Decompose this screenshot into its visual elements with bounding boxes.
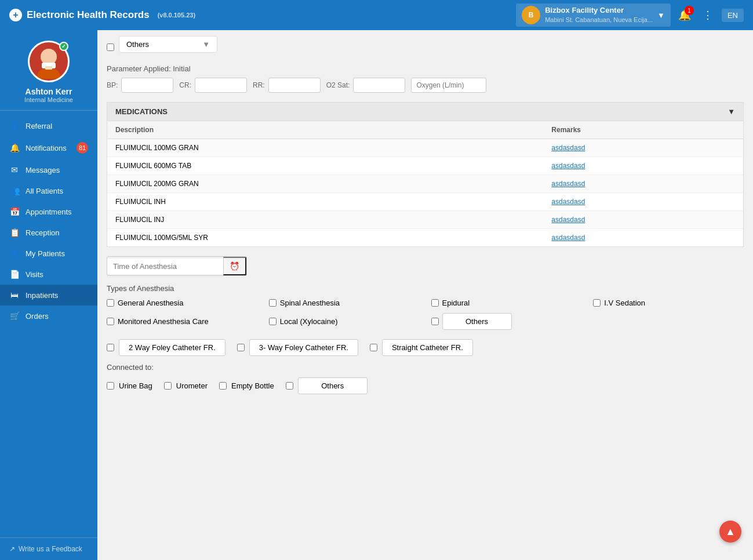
urometer-item[interactable]: Urometer — [164, 381, 208, 390]
medications-title: MEDICATIONS — [115, 107, 168, 116]
catheter-row: 2 Way Foley Catheter FR. 3- Way Foley Ca… — [107, 339, 744, 356]
oxygen-field — [411, 78, 486, 93]
app-title: Electronic Health Records — [27, 9, 150, 21]
cr-field: CR: — [179, 78, 247, 93]
back-to-top-icon: ▲ — [725, 526, 736, 538]
local-input[interactable] — [269, 318, 277, 325]
others-anesthesia-input[interactable] — [431, 318, 439, 325]
oxygen-input[interactable] — [411, 78, 486, 93]
med-remarks-0[interactable]: asdasdasd — [543, 139, 743, 157]
monitored-input[interactable] — [107, 318, 114, 325]
sidebar-item-notifications[interactable]: 🔔 Notifications 81 — [0, 136, 97, 159]
notifications-button[interactable]: 🔔 1 — [675, 6, 694, 24]
sidebar-item-my-patients[interactable]: 👤 My Patients — [0, 243, 97, 264]
back-to-top-button[interactable]: ▲ — [719, 521, 741, 543]
epidural-input[interactable] — [431, 299, 439, 307]
sidebar-label-referral: Referral — [26, 122, 52, 130]
bp-input[interactable] — [121, 78, 173, 93]
sidebar-item-all-patients[interactable]: 👥 All Patients — [0, 180, 97, 201]
others-checkbox-input[interactable] — [107, 43, 114, 51]
feedback-link[interactable]: ↗ Write us a Feedback — [0, 537, 97, 560]
empty-bottle-checkbox[interactable] — [219, 382, 227, 390]
sidebar-item-orders[interactable]: 🛒 Orders — [0, 306, 97, 326]
med-remarks-link-0[interactable]: asdasdasd — [551, 144, 585, 152]
urometer-checkbox[interactable] — [164, 382, 172, 390]
med-remarks-3[interactable]: asdasdasd — [543, 193, 743, 211]
2way-catheter-button[interactable]: 2 Way Foley Catheter FR. — [119, 339, 225, 356]
iv-sedation-check[interactable]: I.V Sedation — [593, 299, 744, 307]
appointments-icon: 📅 — [9, 207, 20, 216]
3way-catheter-button[interactable]: 3- Way Foley Catheter FR. — [249, 339, 358, 356]
urine-bag-label: Urine Bag — [119, 381, 152, 390]
chevron-down-icon: ▼ — [657, 11, 665, 20]
urometer-label: Urometer — [176, 381, 208, 390]
urine-bag-checkbox[interactable] — [107, 382, 114, 390]
straight-catheter-button[interactable]: Straight Catheter FR. — [382, 339, 473, 356]
my-patients-icon: 👤 — [9, 249, 20, 258]
med-remarks-4[interactable]: asdasdasd — [543, 211, 743, 229]
local-check[interactable]: Local (Xylocaine) — [269, 313, 420, 330]
empty-bottle-item[interactable]: Empty Bottle — [219, 381, 274, 390]
general-anesthesia-input[interactable] — [107, 299, 114, 307]
sidebar-item-referral[interactable]: 👤 Referral — [0, 115, 97, 136]
cr-input[interactable] — [195, 78, 247, 93]
sidebar-label-notifications: Notifications — [26, 144, 67, 152]
sidebar-label-orders: Orders — [26, 312, 49, 321]
med-remarks-1[interactable]: asdasdasd — [543, 157, 743, 175]
o2-input[interactable] — [353, 78, 405, 93]
sidebar-item-reception[interactable]: 📋 Reception — [0, 222, 97, 243]
facility-selector[interactable]: B Bizbox Facility Center Mabini St. Caba… — [516, 3, 671, 27]
sidebar-label-all-patients: All Patients — [26, 187, 63, 195]
others-anesthesia-button[interactable]: Others — [442, 313, 512, 330]
empty-bottle-label: Empty Bottle — [231, 381, 274, 390]
sidebar-item-inpatients[interactable]: 🛏 Inpatients — [0, 285, 97, 306]
sidebar-item-appointments[interactable]: 📅 Appointments — [0, 201, 97, 222]
epidural-check[interactable]: Epidural — [431, 299, 582, 307]
sidebar-item-messages[interactable]: ✉ Messages — [0, 159, 97, 180]
med-remarks-link-3[interactable]: asdasdasd — [551, 198, 585, 206]
med-remarks-link-5[interactable]: asdasdasd — [551, 234, 585, 242]
menu-dots-button[interactable]: ⋮ — [699, 6, 717, 24]
others-connected-checkbox[interactable] — [286, 382, 293, 390]
general-anesthesia-check[interactable]: General Anesthesia — [107, 299, 257, 307]
others-dropdown[interactable]: Others ▼ — [119, 36, 217, 53]
spinal-anesthesia-label: Spinal Anesthesia — [280, 299, 340, 307]
language-button[interactable]: EN — [722, 9, 744, 22]
visits-icon: 📄 — [9, 270, 20, 279]
col-description: Description — [107, 121, 543, 139]
med-description-4: FLUIMUCIL INJ — [107, 211, 543, 229]
med-remarks-link-4[interactable]: asdasdasd — [551, 216, 585, 224]
bp-field: BP: — [107, 78, 173, 93]
sidebar-label-appointments: Appointments — [26, 208, 72, 216]
anesthesia-types-title: Types of Anesthesia — [107, 284, 744, 293]
med-remarks-link-1[interactable]: asdasdasd — [551, 162, 585, 170]
notification-badge: 1 — [685, 6, 694, 15]
iv-sedation-input[interactable] — [593, 299, 601, 307]
time-of-anesthesia-input[interactable] — [107, 259, 223, 274]
medications-collapse-icon[interactable]: ▼ — [727, 107, 735, 116]
others-connected-item: Others — [286, 377, 368, 394]
3way-catheter-checkbox[interactable] — [237, 344, 245, 351]
spinal-anesthesia-check[interactable]: Spinal Anesthesia — [269, 299, 420, 307]
facility-address: Mabini St. Cabanatuan, Nueva Ecija... — [545, 16, 653, 24]
rr-input[interactable] — [268, 78, 321, 93]
others-dropdown-checkbox[interactable] — [107, 43, 114, 51]
med-remarks-2[interactable]: asdasdasd — [543, 175, 743, 193]
medications-section-header: MEDICATIONS ▼ — [107, 102, 744, 121]
2way-catheter-checkbox[interactable] — [107, 344, 114, 351]
local-label: Local (Xylocaine) — [280, 317, 338, 326]
all-patients-icon: 👥 — [9, 186, 20, 195]
o2-label: O2 Sat: — [326, 81, 350, 89]
sidebar-item-visits[interactable]: 📄 Visits — [0, 264, 97, 285]
cr-label: CR: — [179, 81, 191, 89]
spinal-anesthesia-input[interactable] — [269, 299, 277, 307]
clock-button[interactable]: ⏰ — [223, 257, 246, 275]
urine-bag-item[interactable]: Urine Bag — [107, 381, 152, 390]
others-connected-button[interactable]: Others — [298, 377, 368, 394]
app-logo: + Electronic Health Records (v8.0.105.23… — [9, 9, 516, 21]
med-remarks-5[interactable]: asdasdasd — [543, 229, 743, 247]
dropdown-chevron-icon: ▼ — [202, 40, 210, 49]
med-remarks-link-2[interactable]: asdasdasd — [551, 180, 585, 188]
monitored-check[interactable]: Monitored Anesthesia Care — [107, 313, 257, 330]
straight-catheter-checkbox[interactable] — [370, 344, 377, 351]
